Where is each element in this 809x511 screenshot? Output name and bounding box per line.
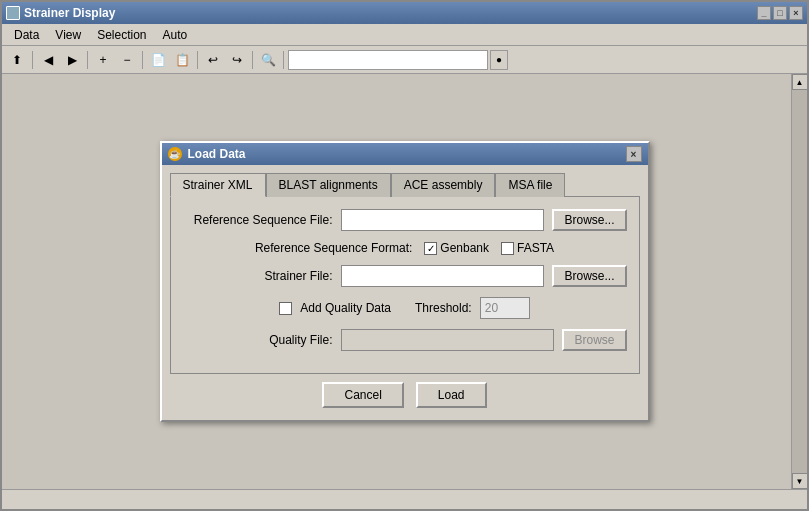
toolbar: ⬆ ◀ ▶ + − 📄 📋 ↩ ↪ 🔍 ● [2,46,807,74]
genbank-label: Genbank [440,241,489,255]
search-input[interactable] [288,50,488,70]
strainer-file-input[interactable] [341,265,545,287]
toolbar-separator-2 [87,51,88,69]
toolbar-separator-6 [283,51,284,69]
search-go-button[interactable]: ● [490,50,508,70]
scroll-track[interactable] [792,90,808,473]
add-quality-checkbox[interactable] [279,302,292,315]
title-bar: Strainer Display _ □ × [2,2,807,24]
quality-file-label: Quality File: [183,333,333,347]
tab-bar: Strainer XML BLAST alignments ACE assemb… [170,173,640,197]
menu-bar: Data View Selection Auto [2,24,807,46]
import-icon[interactable]: ⬆ [6,49,28,71]
fasta-label: FASTA [517,241,554,255]
load-data-dialog: ☕ Load Data × Strainer XML BLAST alignme… [160,141,650,422]
strainer-file-browse-button[interactable]: Browse... [552,265,626,287]
page-icon[interactable]: 📄 [147,49,169,71]
quality-file-row: Quality File: Browse [183,329,627,351]
load-button[interactable]: Load [416,382,487,408]
threshold-input[interactable] [480,297,530,319]
quality-data-row: Add Quality Data Threshold: [183,297,627,319]
scroll-up-button[interactable]: ▲ [792,74,808,90]
content-area: SoftSea.com ☕ Load Data × Strainer XML B… [2,74,807,489]
tab-strainer-xml[interactable]: Strainer XML [170,173,266,197]
title-bar-title: Strainer Display [24,6,757,20]
toolbar-separator-5 [252,51,253,69]
find-icon[interactable]: 🔍 [257,49,279,71]
dialog-title: Load Data [188,147,626,161]
title-bar-icon [6,6,20,20]
threshold-label: Threshold: [415,301,472,315]
redo-icon[interactable]: ↪ [226,49,248,71]
menu-data[interactable]: Data [6,26,47,44]
dialog-footer: Cancel Load [170,374,640,412]
title-bar-buttons: _ □ × [757,6,803,20]
format-radio-group: Genbank FASTA [424,241,554,255]
scroll-down-button[interactable]: ▼ [792,473,808,489]
dialog-close-button[interactable]: × [626,146,642,162]
toolbar-separator-3 [142,51,143,69]
cancel-button[interactable]: Cancel [322,382,403,408]
zoom-out-icon[interactable]: − [116,49,138,71]
genbank-option[interactable]: Genbank [424,241,489,255]
ref-seq-row: Reference Sequence File: Browse... [183,209,627,231]
dialog-overlay: ☕ Load Data × Strainer XML BLAST alignme… [2,74,807,489]
tab-blast-alignments[interactable]: BLAST alignments [266,173,391,197]
menu-auto[interactable]: Auto [155,26,196,44]
dialog-body: Strainer XML BLAST alignments ACE assemb… [162,165,648,420]
main-window: Strainer Display _ □ × Data View Selecti… [0,0,809,511]
forward-button[interactable]: ▶ [61,49,83,71]
add-quality-label: Add Quality Data [300,301,391,315]
ref-seq-input[interactable] [341,209,545,231]
status-bar [2,489,807,509]
close-window-button[interactable]: × [789,6,803,20]
dialog-icon: ☕ [168,147,182,161]
ref-seq-label: Reference Sequence File: [183,213,333,227]
menu-view[interactable]: View [47,26,89,44]
fasta-checkbox[interactable] [501,242,514,255]
strainer-file-row: Strainer File: Browse... [183,265,627,287]
tab-msa-file[interactable]: MSA file [495,173,565,197]
toolbar-separator-1 [32,51,33,69]
quality-file-browse-button[interactable]: Browse [562,329,626,351]
format-label: Reference Sequence Format: [255,241,412,255]
page2-icon[interactable]: 📋 [171,49,193,71]
tab-ace-assembly[interactable]: ACE assembly [391,173,496,197]
tab-panel-strainer-xml: Reference Sequence File: Browse... Refer… [170,196,640,374]
scrollbar-right: ▲ ▼ [791,74,807,489]
format-row: Reference Sequence Format: Genbank FASTA [183,241,627,255]
minimize-button[interactable]: _ [757,6,771,20]
genbank-checkbox[interactable] [424,242,437,255]
zoom-in-icon[interactable]: + [92,49,114,71]
back-button[interactable]: ◀ [37,49,59,71]
quality-file-input[interactable] [341,329,555,351]
dialog-title-bar: ☕ Load Data × [162,143,648,165]
undo-icon[interactable]: ↩ [202,49,224,71]
maximize-button[interactable]: □ [773,6,787,20]
strainer-file-label: Strainer File: [183,269,333,283]
ref-seq-browse-button[interactable]: Browse... [552,209,626,231]
toolbar-separator-4 [197,51,198,69]
fasta-option[interactable]: FASTA [501,241,554,255]
menu-selection[interactable]: Selection [89,26,154,44]
